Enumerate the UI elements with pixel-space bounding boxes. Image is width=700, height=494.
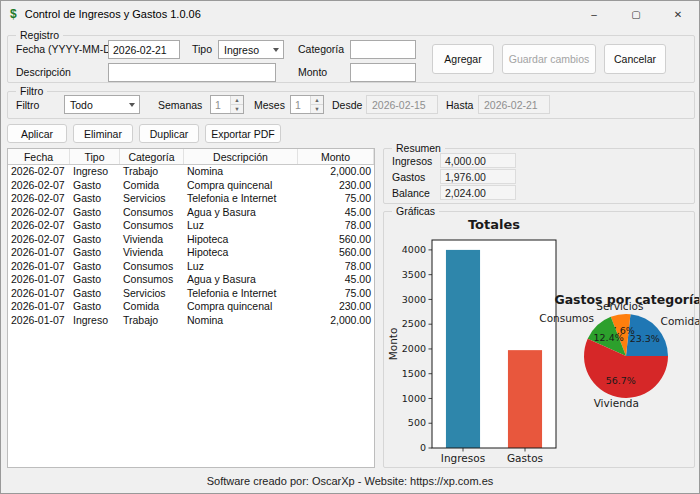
svg-text:Ingresos: Ingresos xyxy=(441,452,485,464)
svg-text:3500: 3500 xyxy=(402,269,426,280)
table-cell: Gasto xyxy=(70,219,120,233)
agregar-button[interactable]: Agregar xyxy=(432,44,494,74)
meses-spin-down-button[interactable]: ▼ xyxy=(311,105,323,113)
fecha-label: Fecha (YYYY-MM-DD) xyxy=(16,43,122,56)
table-row[interactable]: 2026-01-07GastoServiciosTelefonia e Inte… xyxy=(8,287,374,301)
app-dollar-icon: $ xyxy=(10,7,17,21)
meses-spinner[interactable]: 1 ▲ ▼ xyxy=(290,95,324,114)
guardar-cambios-button[interactable]: Guardar cambios xyxy=(502,44,596,74)
maximize-button[interactable]: ▢ xyxy=(615,1,657,27)
hasta-date-field[interactable]: 2026-02-21 xyxy=(478,95,550,114)
svg-text:4000: 4000 xyxy=(402,244,426,255)
table-row[interactable]: 2026-02-07GastoComidaCompra quincenal230… xyxy=(8,179,374,193)
table-row[interactable]: 2026-01-07IngresoTrabajoNomina2,000.00 xyxy=(8,314,374,328)
cancelar-button[interactable]: Cancelar xyxy=(604,44,666,74)
table-cell: 75.00 xyxy=(298,192,374,206)
resumen-group: Resumen Ingresos 4,000.00 Gastos 1,976.0… xyxy=(383,148,695,204)
table-cell: 2026-01-07 xyxy=(8,260,70,274)
svg-text:Servicios: Servicios xyxy=(596,300,643,312)
fecha-input[interactable] xyxy=(108,40,180,59)
table-cell: Nomina xyxy=(184,314,298,328)
table-cell: 2026-02-07 xyxy=(8,192,70,206)
table-cell: Hipoteca xyxy=(184,233,298,247)
table-cell: Consumos xyxy=(120,219,184,233)
column-header-tipo[interactable]: Tipo xyxy=(70,149,120,164)
registro-legend: Registro xyxy=(16,28,63,42)
semanas-spin-up-button[interactable]: ▲ xyxy=(231,96,243,105)
table-cell: 78.00 xyxy=(298,219,374,233)
aplicar-button[interactable]: Aplicar xyxy=(7,124,67,143)
desde-label: Desde xyxy=(332,99,362,112)
registro-group: Registro Fecha (YYYY-MM-DD) Tipo Ingreso… xyxy=(7,35,695,83)
semanas-spinner-value: 1 xyxy=(211,96,230,113)
meses-spin-up-button[interactable]: ▲ xyxy=(311,96,323,105)
table-cell: Luz xyxy=(184,219,298,233)
svg-text:2500: 2500 xyxy=(402,318,426,329)
meses-spinner-arrows: ▲ ▼ xyxy=(310,96,323,113)
table-cell: Hipoteca xyxy=(184,246,298,260)
table-row[interactable]: 2026-01-07GastoViviendaHipoteca560.00 xyxy=(8,246,374,260)
table-cell: Agua y Basura xyxy=(184,206,298,220)
table-cell: Telefonia e Internet xyxy=(184,192,298,206)
column-header-fecha[interactable]: Fecha xyxy=(8,149,70,164)
table-row[interactable]: 2026-02-07IngresoTrabajoNomina2,000.00 xyxy=(8,165,374,179)
categoria-input[interactable] xyxy=(350,40,416,59)
table-row[interactable]: 2026-02-07GastoConsumosAgua y Basura45.0… xyxy=(8,206,374,220)
minimize-button[interactable]: – xyxy=(573,1,615,27)
window-title: Control de Ingresos y Gastos 1.0.06 xyxy=(25,8,201,20)
table-cell: 2,000.00 xyxy=(298,165,374,179)
eliminar-button[interactable]: Eliminar xyxy=(73,124,133,143)
table-cell: Vivienda xyxy=(120,233,184,247)
svg-text:1000: 1000 xyxy=(402,393,426,404)
table-cell: Luz xyxy=(184,260,298,274)
close-button[interactable]: ✕ xyxy=(657,1,699,27)
meses-label: Meses xyxy=(254,99,285,112)
semanas-spinner-arrows: ▲ ▼ xyxy=(230,96,243,113)
duplicar-button[interactable]: Duplicar xyxy=(139,124,199,143)
table-cell: Gasto xyxy=(70,246,120,260)
filtro-label: Filtro xyxy=(16,99,39,112)
svg-text:56.7%: 56.7% xyxy=(606,375,636,386)
svg-text:Totales: Totales xyxy=(468,217,520,232)
gastos-label: Gastos xyxy=(392,171,425,184)
ingresos-value: 4,000.00 xyxy=(440,153,516,168)
dropdown-arrow-icon xyxy=(273,48,279,52)
table-cell: 560.00 xyxy=(298,233,374,247)
table-cell: Gasto xyxy=(70,300,120,314)
table-cell: Gasto xyxy=(70,179,120,193)
bar-chart: 05001000150020002500300035004000Ingresos… xyxy=(386,216,564,466)
column-header-monto[interactable]: Monto xyxy=(298,149,374,164)
table-cell: 230.00 xyxy=(298,300,374,314)
table-row[interactable]: 2026-01-07GastoConsumosAgua y Basura45.0… xyxy=(8,273,374,287)
monto-input[interactable] xyxy=(350,63,416,82)
svg-text:Comida: Comida xyxy=(661,315,700,327)
table-row[interactable]: 2026-01-07GastoConsumosLuz78.00 xyxy=(8,260,374,274)
table-cell: Telefonia e Internet xyxy=(184,287,298,301)
table-cell: 2026-02-07 xyxy=(8,179,70,193)
table-cell: Gasto xyxy=(70,233,120,247)
table-row[interactable]: 2026-02-07GastoConsumosLuz78.00 xyxy=(8,219,374,233)
descripcion-input[interactable] xyxy=(108,63,276,82)
column-header-categoria[interactable]: Categoría xyxy=(120,149,184,164)
svg-text:Gastos: Gastos xyxy=(507,452,543,464)
exportar-pdf-button[interactable]: Exportar PDF xyxy=(205,124,281,143)
semanas-spin-down-button[interactable]: ▼ xyxy=(231,105,243,113)
table-row[interactable]: 2026-02-07GastoServiciosTelefonia e Inte… xyxy=(8,192,374,206)
table-cell: Comida xyxy=(120,300,184,314)
desde-date-field[interactable]: 2026-02-15 xyxy=(366,95,438,114)
filtro-combobox[interactable]: Todo xyxy=(64,95,140,114)
pie-chart: Gastos por categoríaComida23.3%Servicios… xyxy=(568,216,694,466)
table-row[interactable]: 2026-01-07GastoComidaCompra quincenal230… xyxy=(8,300,374,314)
resumen-legend: Resumen xyxy=(392,141,445,155)
semanas-spinner[interactable]: 1 ▲ ▼ xyxy=(210,95,244,114)
tipo-combobox[interactable]: Ingreso xyxy=(218,40,284,59)
table-row[interactable]: 2026-02-07GastoViviendaHipoteca560.00 xyxy=(8,233,374,247)
hasta-label: Hasta xyxy=(446,99,473,112)
column-header-descripcion[interactable]: Descripción xyxy=(184,149,298,164)
balance-label: Balance xyxy=(392,187,430,200)
table-cell: Agua y Basura xyxy=(184,273,298,287)
table-cell: Trabajo xyxy=(120,314,184,328)
table-cell: 2026-02-07 xyxy=(8,206,70,220)
descripcion-label: Descripción xyxy=(16,66,71,79)
table-cell: 2026-01-07 xyxy=(8,314,70,328)
